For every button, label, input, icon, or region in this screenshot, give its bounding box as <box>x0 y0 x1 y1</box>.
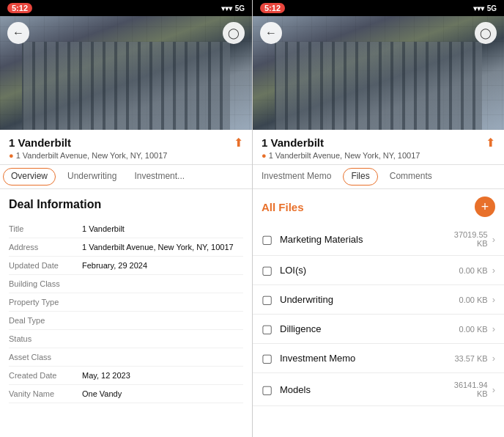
field-value-vanity-name: One Vandy <box>82 389 243 398</box>
property-name-right: 1 Vanderbilt <box>262 136 324 149</box>
chevron-icon-marketing: › <box>492 234 495 245</box>
file-name-investment-memo: Investment Memo <box>280 353 454 364</box>
field-created-date: Created Date May, 12 2023 <box>9 367 243 385</box>
field-label-updated-date: Updated Date <box>9 261 82 270</box>
wifi-icon-right: ▾▾▾ <box>473 4 484 12</box>
share-icon-left[interactable]: ⬆ <box>234 136 243 150</box>
property-info-left: 1 Vanderbilt ⬆ ● 1 Vanderbilt Avenue, Ne… <box>0 130 252 165</box>
folder-icon-investment-memo: ▢ <box>262 351 273 365</box>
chevron-icon-models: › <box>492 384 495 395</box>
field-label-deal-type: Deal Type <box>9 316 82 325</box>
folder-icon-marketing: ▢ <box>262 232 273 246</box>
tab-overview[interactable]: Overview <box>3 168 56 186</box>
field-label-status: Status <box>9 334 82 343</box>
field-property-type: Property Type <box>9 293 243 312</box>
file-size-underwriting: 0.00 KB <box>459 295 488 304</box>
hero-image-left: ← ◯ <box>0 16 252 130</box>
tab-investment-memo-left[interactable]: Investment... <box>125 165 193 188</box>
share-icon-right[interactable]: ⬆ <box>486 136 495 150</box>
chevron-icon-investment-memo: › <box>492 353 495 364</box>
field-label-created-date: Created Date <box>9 371 82 380</box>
status-time-right: 5:12 <box>260 3 285 13</box>
add-file-button[interactable]: + <box>475 197 495 217</box>
hero-image-right: ← ◯ <box>253 16 504 130</box>
file-row-loi[interactable]: ▢ LOI(s) 0.00 KB › <box>253 256 504 285</box>
chevron-icon-loi: › <box>492 265 495 276</box>
file-name-dilligence: Dilligence <box>280 323 459 334</box>
field-title: Title 1 Vanderbilt <box>9 220 243 238</box>
field-address: Address 1 Vanderbilt Avenue, New York, N… <box>9 238 243 257</box>
signal-icon: 5G <box>235 4 245 12</box>
folder-icon-underwriting: ▢ <box>262 293 273 306</box>
property-name-left: 1 Vanderbilt <box>9 136 71 149</box>
status-icons-right: ▾▾▾ 5G <box>473 4 497 12</box>
hero-bg-right <box>253 16 504 130</box>
file-size-models: 36141.94KB <box>454 381 488 398</box>
field-value-address: 1 Vanderbilt Avenue, New York, NY, 10017 <box>82 243 243 251</box>
file-row-marketing[interactable]: ▢ Marketing Materials 37019.55KB › <box>253 223 504 256</box>
field-label-vanity-name: Vanity Name <box>9 389 82 398</box>
content-area-left[interactable]: Deal Information Title 1 Vanderbilt Addr… <box>0 189 252 437</box>
left-panel: 5:12 ▾▾▾ 5G ← ◯ 1 Vanderbilt ⬆ ● 1 Vande… <box>0 0 252 437</box>
file-name-models: Models <box>280 384 454 395</box>
field-label-property-type: Property Type <box>9 298 82 306</box>
file-row-models[interactable]: ▢ Models 36141.94KB › <box>253 373 504 406</box>
file-name-loi: LOI(s) <box>280 265 459 276</box>
tabs-bar-left: Overview Underwriting Investment... <box>0 165 252 189</box>
tab-files[interactable]: Files <box>343 168 377 186</box>
camera-button-left[interactable]: ◯ <box>223 22 245 44</box>
chevron-icon-dilligence: › <box>492 323 495 334</box>
property-address-left: ● 1 Vanderbilt Avenue, New York, NY, 100… <box>9 151 243 160</box>
file-row-dilligence[interactable]: ▢ Dilligence 0.00 KB › <box>253 315 504 344</box>
field-value-created-date: May, 12 2023 <box>82 371 243 380</box>
camera-button-right[interactable]: ◯ <box>475 22 497 44</box>
file-size-investment-memo: 33.57 KB <box>454 354 487 363</box>
chevron-icon-underwriting: › <box>492 294 495 305</box>
folder-icon-models: ▢ <box>262 383 273 397</box>
file-name-marketing: Marketing Materials <box>280 234 454 245</box>
file-size-dilligence: 0.00 KB <box>459 325 488 334</box>
file-size-marketing: 37019.55KB <box>454 230 488 248</box>
field-vanity-name: Vanity Name One Vandy <box>9 385 243 403</box>
field-value-title: 1 Vanderbilt <box>82 224 243 233</box>
files-list: ▢ Marketing Materials 37019.55KB › ▢ LOI… <box>253 223 504 406</box>
wifi-icon: ▾▾▾ <box>221 4 232 12</box>
field-label-title: Title <box>9 224 82 233</box>
back-button-right[interactable]: ← <box>260 22 282 44</box>
signal-icon-right: 5G <box>487 4 497 12</box>
files-title: All Files <box>262 201 304 213</box>
property-address-right: ● 1 Vanderbilt Avenue, New York, NY, 100… <box>262 151 495 160</box>
file-name-underwriting: Underwriting <box>280 294 459 305</box>
tab-comments[interactable]: Comments <box>381 165 441 188</box>
field-label-building-class: Building Class <box>9 279 82 288</box>
status-time-left: 5:12 <box>7 3 32 13</box>
file-size-loi: 0.00 KB <box>459 266 488 275</box>
folder-icon-dilligence: ▢ <box>262 322 273 336</box>
right-panel: 5:12 ▾▾▾ 5G ← ◯ 1 Vanderbilt ⬆ ● 1 Vande… <box>252 0 504 437</box>
field-label-address: Address <box>9 243 82 251</box>
field-asset-class: Asset Class <box>9 348 243 367</box>
tab-underwriting[interactable]: Underwriting <box>59 165 125 188</box>
file-row-underwriting[interactable]: ▢ Underwriting 0.00 KB › <box>253 285 504 315</box>
location-icon-left: ● <box>9 151 14 160</box>
files-header: All Files + <box>253 189 504 223</box>
hero-bg-left <box>0 16 252 130</box>
tabs-bar-right: Investment Memo Files Comments <box>253 165 504 189</box>
status-bar-left: 5:12 ▾▾▾ 5G <box>0 0 252 16</box>
folder-icon-loi: ▢ <box>262 263 273 277</box>
property-info-right: 1 Vanderbilt ⬆ ● 1 Vanderbilt Avenue, Ne… <box>253 130 504 165</box>
section-title-left: Deal Information <box>9 198 243 211</box>
field-building-class: Building Class <box>9 275 243 293</box>
status-icons-left: ▾▾▾ 5G <box>221 4 245 12</box>
field-updated-date: Updated Date February, 29 2024 <box>9 257 243 275</box>
location-icon-right: ● <box>262 151 267 160</box>
tab-investment-memo-right[interactable]: Investment Memo <box>253 165 340 188</box>
file-row-investment-memo[interactable]: ▢ Investment Memo 33.57 KB › <box>253 344 504 373</box>
field-value-updated-date: February, 29 2024 <box>82 261 243 270</box>
field-deal-type: Deal Type <box>9 312 243 330</box>
field-status: Status <box>9 330 243 348</box>
status-bar-right: 5:12 ▾▾▾ 5G <box>253 0 504 16</box>
back-button-left[interactable]: ← <box>7 22 29 44</box>
field-label-asset-class: Asset Class <box>9 353 82 361</box>
